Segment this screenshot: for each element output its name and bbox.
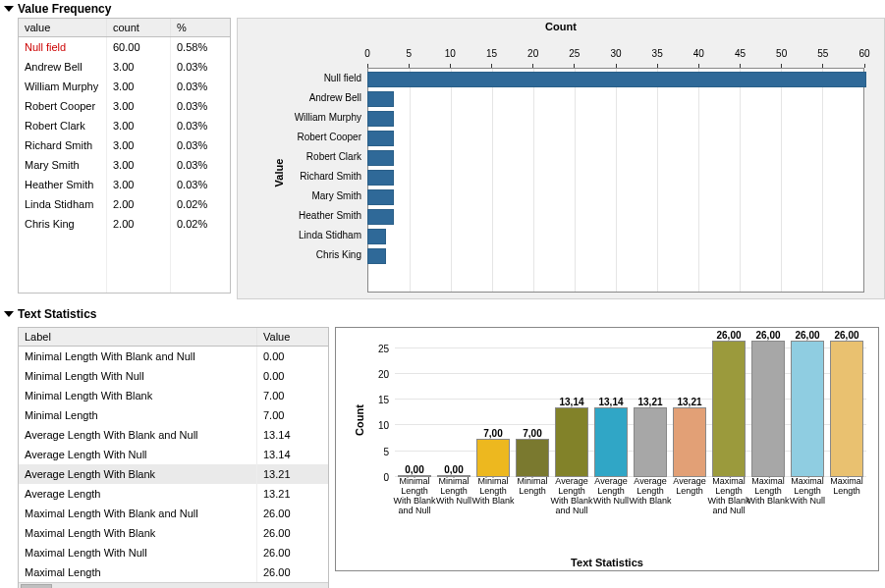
- table-row[interactable]: Chris King2.000.02%: [19, 214, 230, 234]
- vf-xtick: 40: [693, 48, 704, 59]
- vf-cell-value: Heather Smith: [19, 175, 107, 194]
- ts-bar-col: 0,00: [395, 338, 434, 477]
- table-row[interactable]: Heather Smith3.000.03%: [19, 175, 230, 194]
- vf-xtick: 20: [527, 48, 538, 59]
- vf-bar-label: William Murphy: [295, 112, 361, 123]
- ts-ytick: 5: [383, 446, 389, 456]
- vf-bar-label: Robert Cooper: [297, 132, 361, 142]
- ts-bar-col: 26,00: [709, 338, 748, 477]
- text-statistics-header[interactable]: Text Statistics: [0, 305, 885, 323]
- text-statistics-table[interactable]: Label Value Minimal Length With Blank an…: [18, 327, 329, 588]
- table-row[interactable]: [19, 253, 230, 273]
- table-row[interactable]: Robert Clark3.000.03%: [19, 116, 230, 135]
- value-frequency-header[interactable]: Value Frequency: [0, 0, 885, 18]
- ts-ytick: 0: [383, 472, 389, 483]
- ts-xtick-label: Average Length: [668, 477, 712, 497]
- ts-bar-col: 13,14: [552, 338, 591, 477]
- vf-bar: [367, 72, 866, 87]
- table-row[interactable]: Minimal Length With Blank7.00: [19, 386, 328, 405]
- value-frequency-table[interactable]: value count % Null field60.000.58%Andrew…: [18, 18, 231, 294]
- ts-xtick-label: Minimal Length With Blank: [471, 477, 516, 507]
- vf-xtick: 55: [817, 48, 828, 59]
- table-row[interactable]: Linda Stidham2.000.02%: [19, 194, 230, 214]
- table-row[interactable]: Mary Smith3.000.03%: [19, 155, 230, 175]
- ts-bar: [673, 407, 706, 477]
- table-row[interactable]: Maximal Length With Blank and Null26.00: [19, 504, 328, 523]
- table-row[interactable]: Average Length With Blank13.21: [19, 464, 328, 484]
- vf-xtick: 15: [486, 48, 497, 59]
- vf-cell-value: Robert Clark: [19, 116, 107, 135]
- table-row[interactable]: Maximal Length With Blank26.00: [19, 523, 328, 543]
- vf-bar-row: Heather Smith: [367, 209, 864, 223]
- ts-cell-value: 0.00: [257, 347, 329, 367]
- ts-bar-value: 13,14: [552, 397, 591, 407]
- table-row[interactable]: [19, 234, 230, 253]
- ts-cell-value: 7.00: [257, 405, 329, 425]
- horizontal-scrollbar[interactable]: [19, 582, 328, 588]
- vf-bar-row: Andrew Bell: [367, 91, 864, 105]
- vf-cell-count: 2.00: [107, 194, 171, 214]
- table-row[interactable]: Robert Cooper3.000.03%: [19, 96, 230, 116]
- ts-bar-value: 26,00: [748, 330, 788, 341]
- vf-col-percent[interactable]: %: [171, 19, 231, 37]
- ts-bar: [476, 439, 510, 477]
- vf-cell-count: 3.00: [107, 57, 171, 77]
- table-row[interactable]: William Murphy3.000.03%: [19, 77, 230, 96]
- vf-cell-percent: 0.58%: [171, 37, 231, 58]
- vf-cell-percent: 0.03%: [171, 77, 231, 96]
- table-row[interactable]: Minimal Length7.00: [19, 405, 328, 425]
- table-row[interactable]: Minimal Length With Null0.00: [19, 366, 328, 386]
- vf-bar-row: Chris King: [367, 248, 864, 262]
- vf-cell-value: [19, 273, 107, 293]
- ts-cell-label: Minimal Length: [19, 405, 257, 425]
- table-row[interactable]: Average Length13.21: [19, 484, 328, 504]
- vf-xtick: 50: [776, 48, 787, 59]
- table-row[interactable]: Null field60.000.58%: [19, 37, 230, 58]
- vf-xtick: 35: [652, 48, 663, 59]
- table-row[interactable]: Richard Smith3.000.03%: [19, 135, 230, 155]
- ts-cell-label: Maximal Length With Null: [19, 543, 257, 562]
- table-row[interactable]: Maximal Length26.00: [19, 562, 328, 582]
- vf-cell-percent: 0.02%: [171, 214, 231, 234]
- ts-xtick-label: Maximal Length With Blank and Null: [707, 477, 751, 516]
- ts-bar-value: 26,00: [788, 330, 827, 341]
- vf-cell-value: Robert Cooper: [19, 96, 107, 116]
- vf-cell-percent: [171, 234, 231, 253]
- vf-bar-label: Richard Smith: [300, 171, 361, 182]
- vf-cell-percent: [171, 253, 231, 273]
- ts-bar: [830, 341, 863, 477]
- ts-bar-col: 13,14: [591, 338, 631, 477]
- vf-cell-value: [19, 234, 107, 253]
- vf-bar-label: Chris King: [316, 249, 361, 260]
- ts-bar-value: 26,00: [827, 330, 866, 341]
- ts-xtick-label: Average Length With Blank: [629, 477, 673, 507]
- ts-bar-value: 13,21: [670, 397, 709, 407]
- vf-bar-row: Linda Stidham: [367, 229, 864, 242]
- ts-col-value[interactable]: Value: [257, 328, 329, 347]
- ts-cell-value: 26.00: [257, 504, 329, 523]
- ts-xtick-label: Minimal Length With Null: [432, 477, 476, 507]
- ts-cell-value: 26.00: [257, 523, 329, 543]
- vf-col-count[interactable]: count: [107, 19, 171, 37]
- ts-cell-label: Maximal Length: [19, 562, 257, 582]
- ts-col-label[interactable]: Label: [19, 328, 257, 347]
- vf-cell-value: Mary Smith: [19, 155, 107, 175]
- vf-bar: [367, 91, 394, 107]
- ts-chart-plot: 0,000,007,007,0013,1413,1413,2113,2126,0…: [395, 338, 866, 477]
- table-row[interactable]: [19, 273, 230, 293]
- vf-cell-count: [107, 234, 171, 253]
- text-statistics-chart: Count Text Statistics 0510152025 0,000,0…: [335, 327, 879, 571]
- table-row[interactable]: Minimal Length With Blank and Null0.00: [19, 347, 328, 367]
- table-row[interactable]: Average Length With Blank and Null13.14: [19, 425, 328, 445]
- table-row[interactable]: Maximal Length With Null26.00: [19, 543, 328, 562]
- table-row[interactable]: Andrew Bell3.000.03%: [19, 57, 230, 77]
- vf-cell-value: Linda Stidham: [19, 194, 107, 214]
- vf-cell-count: 3.00: [107, 175, 171, 194]
- table-row[interactable]: Average Length With Null13.14: [19, 445, 328, 464]
- ts-bar: [634, 407, 667, 477]
- ts-xtick-label: Average Length With Blank and Null: [550, 477, 594, 516]
- ts-cell-value: 13.21: [257, 464, 329, 484]
- vf-col-value[interactable]: value: [19, 19, 107, 37]
- vf-cell-count: 2.00: [107, 214, 171, 234]
- vf-bar-row: Robert Cooper: [367, 131, 864, 144]
